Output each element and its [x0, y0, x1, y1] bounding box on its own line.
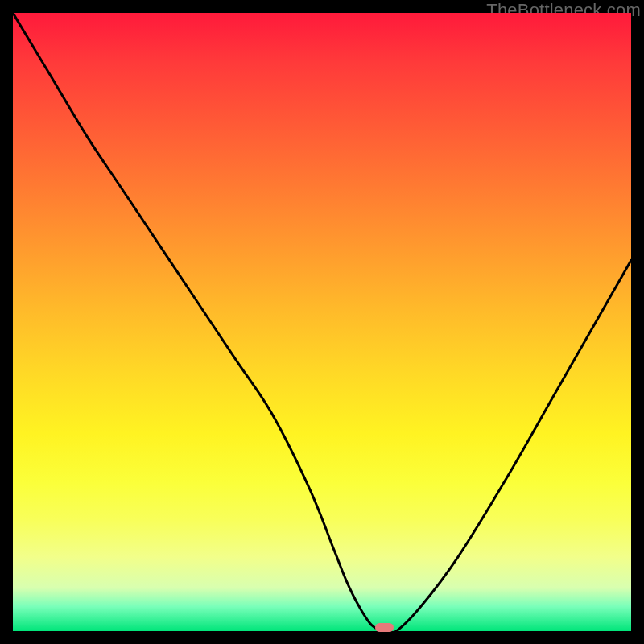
minimum-marker [375, 623, 394, 632]
chart-frame: TheBottleneck.com [0, 0, 644, 644]
plot-area [13, 13, 631, 631]
bottleneck-curve [13, 13, 631, 631]
